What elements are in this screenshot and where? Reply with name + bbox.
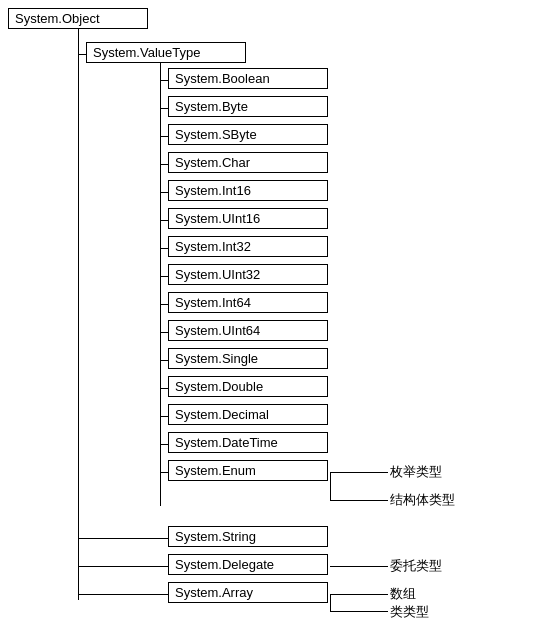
node-decimal-label: System.Decimal (175, 407, 269, 422)
node-int16-label: System.Int16 (175, 183, 251, 198)
h-line-delegate-label (330, 566, 388, 567)
node-enum-label: System.Enum (175, 463, 256, 478)
node-int16: System.Int16 (168, 180, 328, 201)
node-single-label: System.Single (175, 351, 258, 366)
node-int64: System.Int64 (168, 292, 328, 313)
node-valuetype: System.ValueType (86, 42, 246, 63)
label-class-type: 类类型 (390, 603, 429, 621)
h-line-array (78, 594, 170, 595)
node-int64-label: System.Int64 (175, 295, 251, 310)
label-array-type: 数组 (390, 585, 416, 603)
node-uint32-label: System.UInt32 (175, 267, 260, 282)
node-object-label: System.Object (15, 11, 100, 26)
node-delegate-label: System.Delegate (175, 557, 274, 572)
node-int32-label: System.Int32 (175, 239, 251, 254)
node-byte: System.Byte (168, 96, 328, 117)
node-string-label: System.String (175, 529, 256, 544)
main-v-line (78, 20, 79, 600)
node-sbyte-label: System.SByte (175, 127, 257, 142)
node-string: System.String (168, 526, 328, 547)
v-line-array-class (330, 594, 331, 611)
v-line-enum-struct (330, 472, 331, 500)
node-enum: System.Enum (168, 460, 328, 481)
h-line-string (78, 538, 170, 539)
node-boolean-label: System.Boolean (175, 71, 270, 86)
node-object: System.Object (8, 8, 148, 29)
h-line-enum-label (330, 472, 388, 473)
node-boolean: System.Boolean (168, 68, 328, 89)
node-datetime: System.DateTime (168, 432, 328, 453)
node-valuetype-label: System.ValueType (93, 45, 200, 60)
h-line-class-label (330, 611, 388, 612)
node-byte-label: System.Byte (175, 99, 248, 114)
h-line-struct-label (330, 500, 388, 501)
node-uint16: System.UInt16 (168, 208, 328, 229)
label-delegate-type: 委托类型 (390, 557, 442, 575)
diagram-container: System.Object System.ValueType System.Bo… (0, 0, 549, 622)
node-array-label: System.Array (175, 585, 253, 600)
node-uint32: System.UInt32 (168, 264, 328, 285)
node-array: System.Array (168, 582, 328, 603)
label-struct-type: 结构体类型 (390, 491, 455, 509)
h-line-array-label (330, 594, 388, 595)
node-uint64-label: System.UInt64 (175, 323, 260, 338)
node-double-label: System.Double (175, 379, 263, 394)
node-delegate: System.Delegate (168, 554, 328, 575)
node-uint16-label: System.UInt16 (175, 211, 260, 226)
node-sbyte: System.SByte (168, 124, 328, 145)
node-int32: System.Int32 (168, 236, 328, 257)
node-char: System.Char (168, 152, 328, 173)
node-datetime-label: System.DateTime (175, 435, 278, 450)
node-double: System.Double (168, 376, 328, 397)
node-uint64: System.UInt64 (168, 320, 328, 341)
node-char-label: System.Char (175, 155, 250, 170)
valuetype-v-line (160, 54, 161, 506)
h-line-delegate (78, 566, 170, 567)
node-decimal: System.Decimal (168, 404, 328, 425)
label-enum-type: 枚举类型 (390, 463, 442, 481)
node-single: System.Single (168, 348, 328, 369)
